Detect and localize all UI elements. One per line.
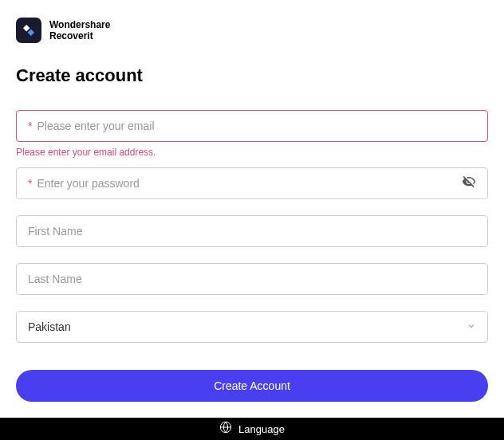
email-error: Please enter your email address. bbox=[16, 147, 488, 158]
country-value: Pakistan bbox=[28, 320, 71, 333]
brand-logo: Wondershare Recoverit bbox=[16, 18, 488, 43]
footer-bar: Language bbox=[0, 418, 504, 440]
create-account-button[interactable]: Create Account bbox=[16, 370, 488, 402]
last-name-wrap bbox=[16, 263, 488, 295]
country-select[interactable]: Pakistan bbox=[16, 311, 488, 343]
globe-icon bbox=[219, 421, 232, 437]
logo-icon bbox=[16, 18, 41, 43]
email-field-wrap: * bbox=[16, 110, 488, 142]
svg-rect-0 bbox=[23, 25, 30, 31]
email-input[interactable] bbox=[37, 120, 476, 132]
eye-off-icon[interactable] bbox=[462, 175, 476, 192]
required-icon: * bbox=[28, 120, 32, 132]
brand-name: Wondershare Recoverit bbox=[49, 19, 110, 42]
first-name-wrap bbox=[16, 215, 488, 247]
first-name-input[interactable] bbox=[28, 225, 476, 238]
last-name-input[interactable] bbox=[28, 273, 476, 285]
password-input[interactable] bbox=[37, 177, 462, 190]
language-label[interactable]: Language bbox=[238, 423, 285, 435]
chevron-down-icon bbox=[467, 320, 476, 334]
svg-rect-1 bbox=[28, 29, 34, 36]
password-field-wrap: * bbox=[16, 167, 488, 199]
required-icon: * bbox=[28, 177, 32, 190]
page-title: Create account bbox=[16, 65, 488, 86]
